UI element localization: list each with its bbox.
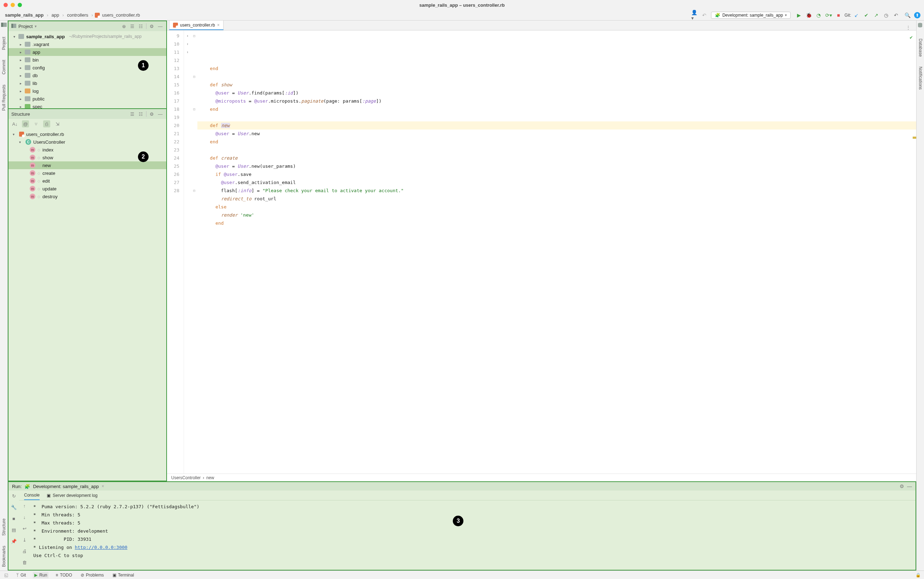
console-url-link[interactable]: http://0.0.0.0:3000 [75, 545, 127, 550]
soft-wrap-icon[interactable]: ↩ [21, 525, 28, 532]
debug-button[interactable]: 🐞 [805, 12, 812, 18]
project-tree-item[interactable]: ▸spec [8, 103, 166, 108]
window-close-button[interactable] [3, 3, 8, 7]
project-tree-item[interactable]: ▸lib [8, 79, 166, 87]
structure-method[interactable]: m◇edit [8, 177, 166, 185]
database-tool-button[interactable]: Database [918, 39, 923, 57]
project-tree-item[interactable]: ▸.vagrant [8, 40, 166, 48]
structure-method[interactable]: m◇destroy [8, 193, 166, 200]
project-tree-item[interactable]: ▸db [8, 72, 166, 79]
coverage-button[interactable]: ◔ [815, 12, 822, 18]
stop-button[interactable]: ■ [11, 515, 17, 522]
code-line[interactable]: @user = User.new [198, 129, 916, 138]
status-run[interactable]: ▶Run [33, 572, 49, 578]
editor-overview-ruler[interactable] [912, 30, 916, 474]
status-todo[interactable]: ≡TODO [54, 572, 73, 578]
code-line[interactable] [198, 146, 916, 154]
build-icon[interactable]: ↶ [701, 12, 707, 18]
collapse-all-icon[interactable]: ☷ [138, 23, 144, 29]
profile-button[interactable]: ⟳▾ [825, 12, 832, 18]
tool-windows-quick-access-icon[interactable]: ◱ [3, 572, 9, 578]
at-icon[interactable]: @ [22, 120, 29, 128]
select-opened-file-icon[interactable]: ⊕ [121, 23, 127, 29]
structure-method[interactable]: m◇update [8, 185, 166, 193]
gear-icon[interactable]: ⚙ [900, 483, 904, 489]
wrench-icon[interactable]: 🔧 [11, 504, 17, 510]
scroll-down-icon[interactable]: ↓ [21, 514, 28, 520]
tree-toggle-icon[interactable]: ▾ [13, 132, 17, 136]
editor-tab[interactable]: users_controller.rb × [169, 20, 224, 30]
status-widgets-icon[interactable]: 🔒 [915, 572, 921, 578]
structure-tree[interactable]: ▾ users_controller.rb ▾ C UsersControlle… [8, 129, 166, 481]
expand-all-icon[interactable]: ☰ [129, 111, 135, 117]
structure-method[interactable]: m◇create [8, 169, 166, 177]
tree-toggle-icon[interactable]: ▾ [19, 140, 23, 144]
structure-method[interactable]: m◇new [8, 161, 166, 169]
code-line[interactable]: @user = User.new(user_params) [198, 162, 916, 170]
code-line[interactable]: flash[:info] = "Please check your email … [198, 186, 916, 195]
code-line[interactable]: def create [198, 154, 916, 162]
layout-icon[interactable]: ▤ [11, 527, 17, 533]
project-tool-button[interactable]: Project [2, 37, 7, 50]
stop-button[interactable]: ■ [835, 12, 842, 18]
editor-body[interactable]: 910111213141516171819202122232425262728 … [167, 30, 916, 474]
code-line[interactable]: end [198, 105, 916, 113]
window-zoom-button[interactable] [18, 3, 22, 7]
collapse-all-icon[interactable]: ☷ [138, 111, 144, 117]
print-icon[interactable]: 🖨 [21, 548, 28, 554]
rerun-button[interactable]: ↻ [11, 492, 17, 499]
bookmarks-tool-button[interactable]: Bookmarks [2, 546, 7, 567]
window-minimize-button[interactable] [11, 3, 15, 7]
sort-alpha-icon[interactable]: A↓ [11, 120, 18, 128]
hide-icon[interactable]: — [157, 23, 163, 29]
scroll-up-icon[interactable]: ↑ [21, 502, 28, 509]
tree-toggle-icon[interactable]: ▾ [12, 35, 16, 39]
code-area[interactable]: ✔ end def show @user = User.find(params[… [198, 30, 916, 474]
server-log-tab[interactable]: ▣ Server development log [47, 491, 98, 500]
structure-class[interactable]: ▾ C UsersController [8, 138, 166, 146]
clear-all-icon[interactable]: 🗑 [21, 559, 28, 566]
tree-toggle-icon[interactable]: ▸ [18, 89, 23, 93]
breadcrumb-root[interactable]: sample_rails_app [3, 11, 45, 18]
notifications-tool-button[interactable]: Notifications [918, 67, 923, 90]
scroll-to-end-icon[interactable]: ⤓ [21, 536, 28, 543]
git-rollback-button[interactable]: ↶ [893, 12, 899, 18]
breadcrumb-item[interactable]: controllers [66, 11, 90, 18]
tree-toggle-icon[interactable]: ▸ [18, 82, 23, 85]
code-line[interactable] [198, 72, 916, 81]
expand-all-icon[interactable]: ☰ [129, 23, 135, 29]
gear-icon[interactable]: ⚙ [149, 23, 155, 29]
tree-toggle-icon[interactable]: ▸ [18, 74, 23, 77]
code-line[interactable]: redirect_to root_url [198, 195, 916, 203]
database-stripe-icon[interactable] [917, 23, 923, 29]
status-terminal[interactable]: ▣Terminal [111, 572, 135, 578]
close-icon[interactable]: × [217, 23, 220, 28]
chevron-down-icon[interactable]: ▾ [35, 24, 37, 29]
project-stripe-icon[interactable] [1, 23, 7, 27]
tree-toggle-icon[interactable]: ▸ [18, 50, 23, 54]
gear-icon[interactable]: ⚙ [149, 111, 155, 117]
hide-icon[interactable]: — [157, 111, 163, 117]
tree-toggle-icon[interactable]: ▸ [18, 105, 23, 109]
status-problems[interactable]: ⊘Problems [79, 572, 105, 578]
ide-settings-sync-icon[interactable]: ⬆ [914, 12, 921, 18]
code-line[interactable]: render 'new' [198, 211, 916, 219]
code-line[interactable]: else [198, 203, 916, 211]
close-icon[interactable]: × [101, 484, 104, 489]
structure-file[interactable]: ▾ users_controller.rb [8, 130, 166, 138]
tab-options-icon[interactable]: ⋮ [904, 25, 913, 30]
search-everywhere-button[interactable]: 🔍 [904, 12, 911, 18]
code-line[interactable]: end [198, 138, 916, 146]
show-fields-icon[interactable]: ⎙ [43, 120, 50, 128]
pull-requests-tool-button[interactable]: Pull Requests [2, 85, 7, 111]
code-line[interactable]: end [198, 64, 916, 72]
tree-toggle-icon[interactable]: ▸ [18, 43, 23, 46]
status-git[interactable]: ᛘGit [15, 572, 27, 578]
project-tree-item[interactable]: ▸app [8, 48, 166, 56]
hide-icon[interactable]: — [907, 483, 912, 489]
code-line[interactable] [198, 113, 916, 121]
git-commit-button[interactable]: ✔ [863, 12, 870, 18]
project-tree-item[interactable]: ▸public [8, 95, 166, 103]
editor-crumb-method[interactable]: new [206, 475, 214, 480]
pin-icon[interactable]: 📌 [11, 538, 17, 544]
